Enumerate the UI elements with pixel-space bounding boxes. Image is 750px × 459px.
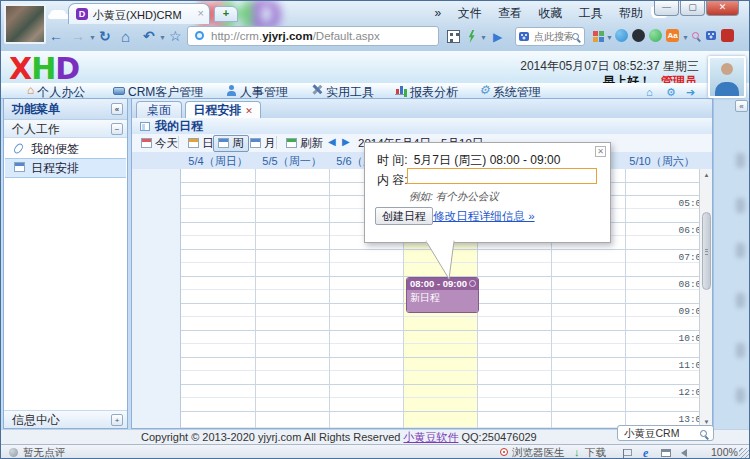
menu-favorites[interactable]: 收藏 bbox=[538, 6, 562, 20]
undo-dropdown-icon[interactable]: ▼ bbox=[159, 34, 166, 41]
url-domain: yjyrj.com bbox=[262, 30, 313, 42]
apps-dropdown-icon[interactable]: ▼ bbox=[606, 34, 613, 41]
time-field-label: 时 间: bbox=[377, 153, 408, 167]
history-dropdown-icon[interactable]: ▼ bbox=[89, 34, 96, 41]
prev-week-icon[interactable]: ◀ bbox=[328, 136, 336, 147]
qr-icon[interactable] bbox=[447, 30, 460, 43]
sidebar-collapse-button[interactable]: « bbox=[111, 103, 123, 115]
resize-grip[interactable] bbox=[739, 448, 750, 459]
cloud-icon[interactable] bbox=[50, 10, 66, 19]
compass-icon[interactable] bbox=[615, 29, 628, 42]
ie-compat-icon[interactable]: e bbox=[643, 446, 648, 459]
tab-schedule[interactable]: 日程安排✕ bbox=[185, 101, 261, 118]
undo-icon[interactable]: ↶ bbox=[143, 28, 155, 44]
doctor-icon[interactable] bbox=[500, 448, 508, 456]
address-bar[interactable]: http://crm.yjyrj.com/Default.aspx bbox=[187, 26, 439, 46]
sidebar-item-schedule[interactable]: 日程安排 bbox=[5, 158, 126, 178]
nav-crm[interactable]: CRM客户管理 bbox=[113, 84, 203, 97]
panel-collapse-button[interactable]: « bbox=[735, 100, 748, 112]
new-tab-button[interactable]: + bbox=[214, 6, 238, 22]
right-margin-strip: « bbox=[713, 98, 750, 429]
back-icon[interactable]: ← bbox=[49, 28, 63, 44]
window-maximize-button[interactable]: ▢ bbox=[680, 1, 705, 16]
pink-magnifier-icon[interactable] bbox=[692, 32, 699, 39]
url-text[interactable]: http://crm.yjyrj.com/Default.aspx bbox=[211, 30, 380, 42]
menu-file[interactable]: 文件 bbox=[458, 6, 482, 20]
vendor-link[interactable]: 小黄豆软件 bbox=[403, 431, 458, 443]
nav-personal-office[interactable]: ⌂个人办公 bbox=[27, 84, 85, 97]
browser-chrome: XHD D 小黄豆(XHD)CRM × + » 文件 查看 收藏 工具 帮助 —… bbox=[1, 1, 750, 52]
home-icon[interactable]: ⌂ bbox=[121, 28, 130, 45]
tab-desktop[interactable]: 桌面 bbox=[136, 101, 182, 118]
avatar[interactable] bbox=[708, 56, 746, 98]
tab-close-icon[interactable]: ✕ bbox=[245, 106, 253, 116]
download-text[interactable]: 下载 bbox=[585, 446, 606, 459]
browser-tab[interactable]: D 小黄豆(XHD)CRM × bbox=[68, 3, 210, 24]
doctor-text[interactable]: 浏览器医生 bbox=[512, 446, 565, 459]
nav-reports[interactable]: 报表分析 bbox=[395, 84, 458, 97]
download-icon[interactable]: ↓ bbox=[574, 446, 580, 458]
quick-home-icon[interactable]: ⌂ bbox=[646, 86, 653, 98]
popup-close-icon[interactable]: ✕ bbox=[595, 146, 606, 157]
url-prefix: http://crm. bbox=[211, 30, 262, 42]
section-collapse-icon[interactable]: − bbox=[111, 123, 123, 135]
calendar-icon bbox=[14, 162, 25, 172]
scrollbar-thumb[interactable] bbox=[702, 212, 711, 290]
apps-grid-icon[interactable] bbox=[593, 31, 604, 42]
forward-icon[interactable]: → bbox=[71, 28, 85, 44]
footer-search-box[interactable] bbox=[617, 425, 714, 441]
schedule-content-input[interactable] bbox=[407, 168, 597, 184]
footer-search-input[interactable] bbox=[622, 427, 696, 441]
review-icon[interactable] bbox=[9, 448, 18, 457]
button-label: 今天 bbox=[155, 137, 178, 149]
sidebar-section-personal[interactable]: 个人工作 − bbox=[4, 120, 127, 138]
magnifier-icon[interactable] bbox=[700, 430, 707, 437]
logo-letter-h: H bbox=[31, 51, 55, 86]
menu-view[interactable]: 查看 bbox=[498, 6, 522, 20]
nav-hr[interactable]: 人事管理 bbox=[225, 84, 288, 97]
week-view-button[interactable]: 周 bbox=[213, 135, 249, 152]
nav-tools[interactable]: 实用工具 bbox=[311, 84, 374, 97]
menu-help[interactable]: 帮助 bbox=[619, 6, 643, 20]
window-minimize-button[interactable]: — bbox=[654, 1, 679, 16]
search-magnifier-icon[interactable] bbox=[572, 33, 579, 40]
edit-detail-link[interactable]: 修改日程详细信息 » bbox=[433, 209, 535, 224]
refresh-button[interactable]: 刷新 bbox=[281, 135, 328, 152]
sidebar-section-info[interactable]: 信息中心 + bbox=[4, 410, 127, 428]
speed-dropdown-icon[interactable]: ▼ bbox=[480, 34, 487, 41]
nav-system[interactable]: ⚙系统管理 bbox=[479, 84, 541, 97]
section-expand-icon[interactable]: + bbox=[111, 414, 123, 426]
speed-icon[interactable] bbox=[467, 30, 476, 43]
browser-search-input[interactable] bbox=[532, 30, 574, 43]
next-week-icon[interactable]: ▶ bbox=[342, 136, 350, 147]
extension-icon[interactable] bbox=[721, 29, 734, 42]
play-icon[interactable]: ▶ bbox=[493, 30, 502, 44]
review-text[interactable]: 暂无点评 bbox=[23, 446, 65, 459]
window-close-button[interactable]: ✕ bbox=[706, 1, 739, 16]
blur-artifact bbox=[736, 343, 745, 358]
flag-icon[interactable] bbox=[623, 449, 632, 456]
month-view-icon bbox=[250, 138, 261, 148]
create-schedule-button[interactable]: 创建日程 bbox=[375, 207, 433, 225]
bookmark-star-icon[interactable]: ☆ bbox=[169, 28, 182, 44]
scroll-up-icon[interactable]: ▲ bbox=[701, 169, 712, 181]
create-schedule-popup: ✕ 时 间:5月7日 (周三) 08:00 - 09:00 内 容: 例如: 有… bbox=[364, 142, 611, 243]
browser-search-box[interactable] bbox=[515, 27, 585, 46]
menu-more[interactable]: » bbox=[435, 6, 442, 20]
baidu-paw-icon[interactable] bbox=[706, 31, 716, 40]
refresh-icon[interactable]: ↻ bbox=[99, 28, 111, 44]
sidebar-item-notes[interactable]: 我的便签 bbox=[5, 140, 126, 158]
phone-icon[interactable] bbox=[632, 29, 645, 42]
calendar-scrollbar[interactable]: ▲ ▼ bbox=[699, 169, 712, 428]
tab-close-icon[interactable]: × bbox=[198, 7, 204, 19]
font-dropdown-icon[interactable]: ▼ bbox=[682, 34, 689, 41]
window-mode-icon[interactable] bbox=[661, 449, 671, 457]
wechat-icon[interactable] bbox=[649, 29, 662, 42]
search-engine-icon[interactable] bbox=[519, 32, 529, 41]
menu-tools[interactable]: 工具 bbox=[579, 6, 603, 20]
blur-artifact bbox=[736, 388, 745, 403]
font-tool-icon[interactable]: Aa bbox=[666, 29, 679, 42]
speaker-icon[interactable] bbox=[681, 449, 687, 457]
blur-artifact bbox=[736, 198, 745, 213]
today-button[interactable]: 今天 bbox=[136, 135, 183, 152]
